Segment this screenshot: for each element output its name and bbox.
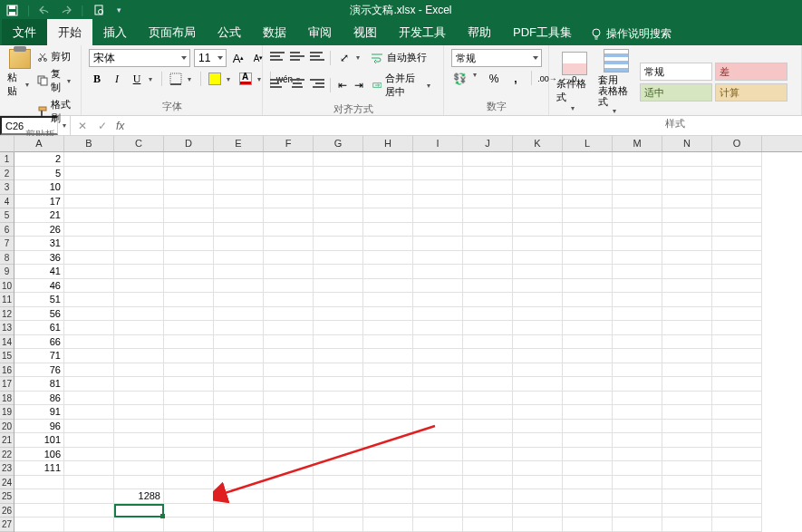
cell[interactable] [164, 517, 214, 532]
percent-button[interactable]: % [486, 71, 502, 87]
cell[interactable] [314, 349, 363, 363]
cell[interactable] [563, 420, 613, 434]
cell[interactable] [314, 208, 363, 223]
cell[interactable] [114, 265, 164, 279]
cell[interactable] [214, 180, 264, 195]
cell[interactable] [463, 265, 513, 279]
tab-insert[interactable]: 插入 [92, 19, 138, 45]
cell[interactable] [64, 461, 114, 476]
accounting-format-button[interactable]: 💱 [451, 71, 468, 87]
cell[interactable]: 76 [14, 363, 64, 378]
cell[interactable] [613, 420, 662, 434]
cell[interactable] [314, 420, 363, 434]
cell[interactable] [463, 476, 513, 490]
cell[interactable] [64, 517, 114, 532]
cell[interactable] [264, 349, 314, 363]
cell[interactable] [64, 195, 114, 209]
cell[interactable] [363, 504, 413, 518]
save-icon[interactable] [5, 4, 18, 16]
cell[interactable] [214, 448, 264, 462]
cell[interactable] [363, 349, 413, 363]
cell[interactable] [264, 195, 314, 209]
cell[interactable] [662, 489, 712, 504]
cell[interactable] [463, 363, 513, 378]
cell[interactable] [363, 392, 413, 406]
cell[interactable] [314, 517, 363, 532]
cell[interactable] [214, 307, 264, 322]
cell[interactable] [164, 251, 214, 266]
cell[interactable] [164, 363, 214, 378]
cell[interactable] [662, 293, 712, 307]
cell[interactable] [463, 405, 513, 420]
cell[interactable] [463, 195, 513, 209]
cell[interactable] [214, 167, 264, 181]
cell[interactable] [264, 167, 314, 181]
cell[interactable] [264, 448, 314, 462]
cell[interactable] [363, 265, 413, 279]
cell[interactable] [314, 195, 363, 209]
cell[interactable] [114, 195, 164, 209]
cell[interactable] [64, 180, 114, 195]
qat-customize-icon[interactable]: ▾ [112, 4, 125, 16]
cell[interactable] [613, 251, 662, 266]
font-name-combo[interactable] [89, 49, 190, 67]
cell[interactable] [314, 307, 363, 322]
column-header[interactable]: E [214, 136, 264, 151]
cell[interactable] [513, 517, 563, 532]
cell[interactable] [662, 321, 712, 335]
cell[interactable] [114, 180, 164, 195]
row-header[interactable]: 17 [0, 377, 14, 392]
cell[interactable] [264, 517, 314, 532]
row-header[interactable]: 20 [0, 420, 14, 434]
cell[interactable] [264, 335, 314, 350]
cell[interactable] [264, 476, 314, 490]
cell[interactable] [363, 237, 413, 251]
cell[interactable] [64, 420, 114, 434]
style-good[interactable]: 适中 [640, 83, 712, 102]
cell[interactable] [14, 489, 64, 504]
cell[interactable] [563, 433, 613, 448]
cell[interactable] [662, 349, 712, 363]
underline-button[interactable]: U [129, 71, 145, 87]
cell[interactable] [463, 335, 513, 350]
cell[interactable] [64, 392, 114, 406]
cell[interactable] [114, 433, 164, 448]
cell[interactable] [463, 208, 513, 223]
cell[interactable] [613, 335, 662, 350]
cell[interactable] [563, 377, 613, 392]
align-bottom-button[interactable] [310, 52, 324, 64]
cell[interactable] [264, 321, 314, 335]
cell[interactable] [64, 504, 114, 518]
column-header[interactable]: I [413, 136, 463, 151]
cell[interactable] [513, 321, 563, 335]
cell[interactable] [613, 265, 662, 279]
cell[interactable] [363, 476, 413, 490]
cell[interactable] [214, 349, 264, 363]
cell[interactable] [662, 392, 712, 406]
cell[interactable] [314, 377, 363, 392]
cell[interactable] [712, 363, 762, 378]
column-header[interactable]: N [662, 136, 712, 151]
cell[interactable] [314, 180, 363, 195]
cell[interactable] [314, 335, 363, 350]
cell[interactable] [314, 392, 363, 406]
row-header[interactable]: 8 [0, 251, 14, 266]
cell[interactable] [264, 279, 314, 294]
column-header[interactable]: B [64, 136, 114, 151]
column-header[interactable]: L [563, 136, 613, 151]
cell[interactable] [513, 392, 563, 406]
row-header[interactable]: 2 [0, 167, 14, 181]
cell[interactable] [214, 265, 264, 279]
cell[interactable] [214, 223, 264, 237]
cell[interactable] [114, 461, 164, 476]
cell[interactable] [563, 476, 613, 490]
cell[interactable] [513, 504, 563, 518]
cell[interactable] [314, 405, 363, 420]
cell[interactable] [214, 504, 264, 518]
row-header[interactable]: 13 [0, 321, 14, 335]
cell[interactable] [712, 377, 762, 392]
cell[interactable] [264, 420, 314, 434]
cell[interactable] [413, 195, 463, 209]
cell[interactable] [64, 476, 114, 490]
cell[interactable] [413, 152, 463, 167]
